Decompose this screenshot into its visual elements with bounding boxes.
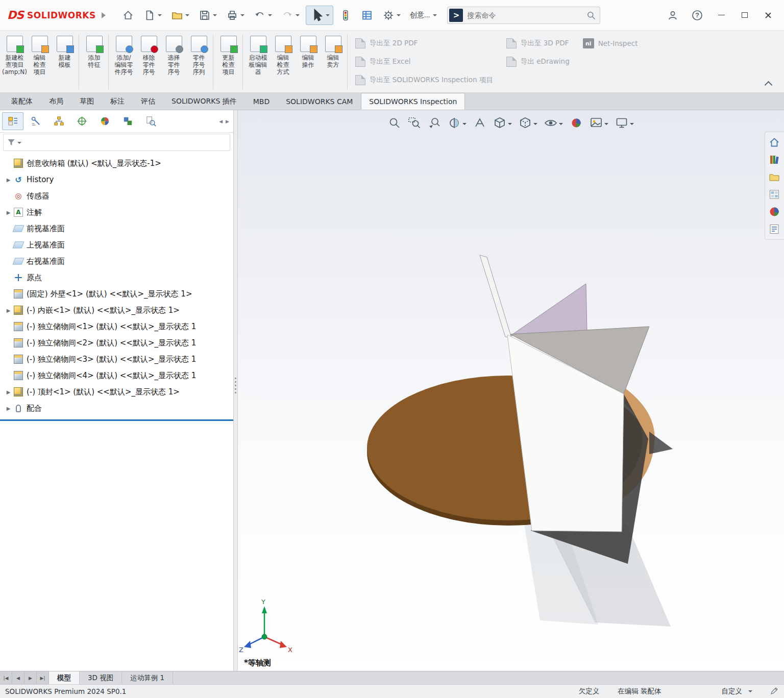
scroll-right-icon[interactable]: ▶ xyxy=(226,119,229,124)
status-markup-pencil-icon[interactable] xyxy=(770,686,779,697)
commandmanager-tab[interactable]: 布局 xyxy=(41,93,71,110)
tab-scroll-prev-icon[interactable]: ◀ xyxy=(12,671,24,684)
commandmanager-tab[interactable]: SOLIDWORKS 插件 xyxy=(163,93,245,110)
minimize-button[interactable] xyxy=(714,9,729,22)
expand-arrow-icon[interactable]: ▶ xyxy=(4,210,13,215)
tree-item[interactable]: 传感器 xyxy=(0,188,233,204)
tree-item[interactable]: ▶ History xyxy=(0,171,233,188)
export-menu-item[interactable]: 导出 eDrawing xyxy=(506,55,570,68)
tree-item[interactable]: 创意收纳箱 (默认) <默认_显示状态-1> xyxy=(0,155,233,171)
select-tool-button[interactable] xyxy=(306,6,333,25)
maximize-button[interactable] xyxy=(737,9,752,22)
panel-splitter[interactable] xyxy=(234,110,238,671)
interference-check-button[interactable] xyxy=(336,7,355,24)
graphics-viewport[interactable]: Y X Z *等轴测 xyxy=(238,110,784,671)
ribbon-button[interactable]: 添加 特征 xyxy=(82,32,107,92)
tree-item[interactable]: 右视基准面 xyxy=(0,253,233,269)
tree-item[interactable]: ▶ (-) 顶封<1> (默认) <<默认>_显示状态 1> xyxy=(0,384,233,400)
tree-item[interactable]: ▶ 配合 xyxy=(0,400,233,416)
document-tab[interactable]: 3D 视图 xyxy=(80,671,122,684)
close-button[interactable] xyxy=(761,9,776,22)
file-explorer-button[interactable] xyxy=(767,169,782,185)
ribbon-collapse-chevron-icon[interactable] xyxy=(764,78,775,87)
document-tab[interactable]: 模型 xyxy=(49,671,80,684)
chevron-down-icon[interactable] xyxy=(17,142,21,146)
tree-item[interactable]: (-) 独立储物间<4> (默认) <<默认>_显示状态 1 xyxy=(0,367,233,384)
tree-item[interactable]: (-) 独立储物间<3> (默认) <<默认>_显示状态 1 xyxy=(0,351,233,367)
expand-arrow-icon[interactable]: ▶ xyxy=(4,177,13,183)
evaluate-table-button[interactable] xyxy=(358,7,376,24)
ribbon-button[interactable]: 新建检 查项目 (amp;N) xyxy=(2,32,27,92)
options-gear-button[interactable] xyxy=(379,7,404,24)
commandmanager-tab[interactable]: MBD xyxy=(245,93,278,110)
featuremanager-tab[interactable] xyxy=(2,112,23,130)
ribbon-button[interactable]: 新建 模板 xyxy=(52,32,77,92)
custom-properties-button[interactable] xyxy=(767,221,782,237)
expand-arrow-icon[interactable]: ▶ xyxy=(4,389,13,395)
tree-item[interactable]: (固定) 外壁<1> (默认) <<默认>_显示状态 1> xyxy=(0,286,233,302)
menu-flyout-arrow-icon[interactable] xyxy=(102,12,106,18)
ribbon-button[interactable]: 选择 零件 序号 xyxy=(161,32,186,92)
design-library-button[interactable] xyxy=(767,152,782,167)
undo-button[interactable] xyxy=(251,7,275,24)
tree-item[interactable]: ▶ 注解 xyxy=(0,204,233,220)
ribbon-button[interactable]: 启动模 板编辑 器 xyxy=(246,32,271,92)
tab-scroll-first-icon[interactable]: |◀ xyxy=(0,671,12,684)
filter-funnel-icon[interactable] xyxy=(7,138,16,147)
command-prompt-icon[interactable] xyxy=(449,9,463,22)
dimxpertmanager-tab[interactable] xyxy=(71,112,92,130)
units-selector[interactable]: 自定义 xyxy=(722,687,753,696)
save-button[interactable] xyxy=(195,7,220,24)
print-button[interactable] xyxy=(223,7,248,24)
open-document-button[interactable] xyxy=(168,7,192,24)
cam-tree-tab[interactable] xyxy=(117,112,138,130)
ribbon-button[interactable]: 移除 零件 序号 xyxy=(136,32,161,92)
inspection-tree-tab[interactable] xyxy=(140,112,161,130)
export-menu-item[interactable]: 导出至 3D PDF xyxy=(506,37,570,50)
configurationmanager-tab[interactable] xyxy=(48,112,69,130)
commandmanager-tab[interactable]: SOLIDWORKS Inspection xyxy=(361,93,465,110)
account-button[interactable] xyxy=(665,7,681,23)
ribbon-button[interactable]: 编辑 操作 xyxy=(296,32,321,92)
net-inspect-item[interactable]: ni Net-Inspect xyxy=(583,37,638,50)
commandmanager-tab[interactable]: 标注 xyxy=(102,93,133,110)
new-document-button[interactable] xyxy=(140,7,165,24)
appearances-scenes-button[interactable] xyxy=(767,204,782,219)
ribbon-button[interactable]: 零件 序号 序列 xyxy=(186,32,211,92)
tree-item[interactable]: 上视基准面 xyxy=(0,237,233,253)
expand-arrow-icon[interactable]: ▶ xyxy=(4,406,13,411)
tree-item[interactable]: 原点 xyxy=(0,269,233,286)
commandmanager-tab[interactable]: 装配体 xyxy=(3,93,41,110)
home-button[interactable] xyxy=(119,7,137,24)
view-palette-button[interactable] xyxy=(767,187,782,202)
tree-item[interactable]: (-) 独立储物间<1> (默认) <<默认>_显示状态 1 xyxy=(0,318,233,335)
ribbon-button[interactable]: 更新 检查 项目 xyxy=(216,32,241,92)
commandmanager-tab[interactable]: 评估 xyxy=(133,93,163,110)
tree-item[interactable]: 前视基准面 xyxy=(0,220,233,237)
commandmanager-tab[interactable]: 草图 xyxy=(71,93,102,110)
tree-item[interactable]: ▶ (-) 内嵌<1> (默认) <<默认>_显示状态 1> xyxy=(0,302,233,318)
rollback-bar[interactable] xyxy=(0,419,233,421)
export-menu-item[interactable]: 导出至 2D PDF xyxy=(355,37,493,50)
search-input[interactable] xyxy=(463,11,586,19)
ribbon-button[interactable]: 编辑 卖方 xyxy=(321,32,346,92)
tree-item[interactable]: (-) 独立储物间<2> (默认) <<默认>_显示状态 1 xyxy=(0,335,233,351)
scroll-left-icon[interactable]: ◀ xyxy=(219,119,223,124)
ribbon-button[interactable]: 添加/ 编辑零 件序号 xyxy=(111,32,136,92)
model-3d[interactable]: Y X Z xyxy=(238,110,784,671)
commandmanager-tab[interactable]: SOLIDWORKS CAM xyxy=(278,93,361,110)
propertymanager-tab[interactable] xyxy=(25,112,46,130)
document-tab[interactable]: 运动算例 1 xyxy=(122,671,173,684)
ribbon-button[interactable]: 编辑 检查 项目 xyxy=(27,32,52,92)
help-button[interactable] xyxy=(689,7,705,23)
resources-home-button[interactable] xyxy=(767,135,782,150)
ribbon-button[interactable]: 编辑 检查 方式 xyxy=(271,32,296,92)
search-icon[interactable] xyxy=(586,10,596,20)
expand-arrow-icon[interactable]: ▶ xyxy=(4,308,13,313)
redo-button[interactable] xyxy=(278,7,303,24)
export-menu-item[interactable]: 导出至 SOLIDWORKS Inspection 项目 xyxy=(355,73,493,87)
tab-scroll-last-icon[interactable]: ▶| xyxy=(37,671,49,684)
command-group-button[interactable]: 创意... xyxy=(407,8,440,22)
tab-scroll-next-icon[interactable]: ▶ xyxy=(24,671,37,684)
displaymanager-tab[interactable] xyxy=(94,112,115,130)
